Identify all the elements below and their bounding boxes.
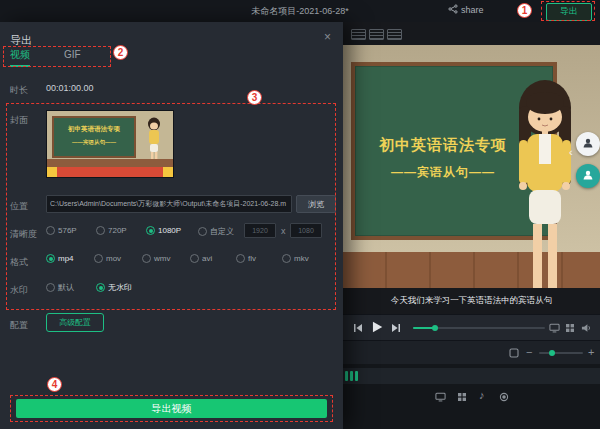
dialog-title: 导出 bbox=[10, 33, 32, 48]
music-track-icon[interactable]: ♪ bbox=[479, 390, 485, 401]
grid-view-icon[interactable] bbox=[565, 323, 575, 333]
advanced-config-button[interactable]: 高级配置 bbox=[46, 313, 104, 332]
record-track-icon[interactable] bbox=[499, 392, 509, 402]
watermark-option-none[interactable]: 无水印 bbox=[96, 282, 132, 293]
watermark-option-default[interactable]: 默认 bbox=[46, 282, 74, 293]
thumb-chalkboard: 初中英语语法专项 ——宾语从句—— bbox=[52, 116, 136, 158]
radio-icon bbox=[146, 226, 155, 235]
character-panel-button[interactable] bbox=[576, 132, 600, 156]
dimension-times-label: x bbox=[281, 226, 286, 236]
close-icon[interactable]: × bbox=[324, 30, 331, 44]
location-input[interactable] bbox=[46, 195, 292, 213]
clarity-option-1080p[interactable]: 1080P bbox=[146, 226, 181, 235]
annotation-step-4: 4 bbox=[47, 377, 62, 392]
custom-height-input[interactable] bbox=[290, 223, 322, 238]
radio-icon bbox=[46, 283, 55, 292]
video-preview-stage: 初中英语语法专项 ——宾语从句—— bbox=[343, 22, 600, 314]
teacher-character[interactable] bbox=[493, 74, 593, 314]
radio-icon bbox=[46, 226, 55, 235]
share-icon bbox=[448, 4, 458, 16]
format-label: 格式 bbox=[10, 256, 28, 269]
thumb-banner bbox=[47, 167, 173, 177]
duration-label: 时长 bbox=[10, 84, 28, 97]
timeline-area: ♪ bbox=[343, 364, 600, 429]
sticker-track-icon[interactable] bbox=[457, 392, 467, 402]
subtitle-bar: 今天我们来学习一下英语语法中的宾语从句 bbox=[343, 288, 600, 314]
location-label: 位置 bbox=[10, 200, 28, 213]
thumb-board-subtitle: ——宾语从句—— bbox=[54, 139, 134, 146]
radio-icon bbox=[198, 227, 207, 236]
app-window: 未命名项目-2021-06-28* share 导出 初中英语语法专项 ——宾语… bbox=[0, 0, 600, 429]
titlebar: 未命名项目-2021-06-28* share 导出 bbox=[0, 0, 600, 23]
clarity-option-720p[interactable]: 720P bbox=[96, 226, 127, 235]
timeline-clip[interactable] bbox=[345, 371, 348, 381]
collapse-chevron-left-icon[interactable]: ‹ bbox=[569, 146, 573, 158]
cover-thumbnail[interactable]: 初中英语语法专项 ——宾语从句—— bbox=[46, 110, 174, 178]
person-icon bbox=[582, 135, 594, 153]
cover-label: 封面 bbox=[10, 114, 28, 127]
props-icon[interactable] bbox=[387, 29, 402, 40]
radio-icon bbox=[142, 254, 151, 263]
radio-icon bbox=[282, 254, 291, 263]
share-label: share bbox=[461, 5, 484, 15]
clarity-option-custom[interactable]: 自定义 bbox=[198, 226, 234, 237]
radio-icon bbox=[236, 254, 245, 263]
format-option-wmv[interactable]: wmv bbox=[142, 254, 170, 263]
format-option-avi[interactable]: avi bbox=[190, 254, 212, 263]
annotation-step-2: 2 bbox=[113, 45, 128, 60]
play-icon[interactable] bbox=[370, 320, 384, 334]
share-button[interactable]: share bbox=[448, 4, 484, 16]
annotation-step-1: 1 bbox=[517, 3, 532, 18]
radio-icon bbox=[96, 226, 105, 235]
project-title: 未命名项目-2021-06-28* bbox=[0, 5, 600, 18]
export-dialog: 导出 × 视频 GIF 时长 00:01:00.00 封面 初中英语语法专项 —… bbox=[0, 22, 343, 429]
radio-icon bbox=[94, 254, 103, 263]
clarity-option-576p[interactable]: 576P bbox=[46, 226, 77, 235]
fit-timeline-icon[interactable] bbox=[509, 348, 519, 358]
radio-icon bbox=[46, 254, 55, 263]
screen-track-icon[interactable] bbox=[435, 392, 446, 402]
volume-icon[interactable] bbox=[581, 323, 592, 333]
next-frame-icon[interactable] bbox=[391, 323, 401, 333]
tab-video[interactable]: 视频 bbox=[10, 48, 30, 67]
layers-icon[interactable] bbox=[369, 29, 384, 40]
thumb-character bbox=[143, 117, 165, 165]
timeline-toolbar: − + bbox=[343, 340, 600, 365]
playback-knob[interactable] bbox=[432, 325, 438, 331]
format-option-mp4[interactable]: mp4 bbox=[46, 254, 74, 263]
timeline-clip[interactable] bbox=[355, 371, 358, 381]
annotation-step-3: 3 bbox=[247, 90, 262, 105]
subtitle-text: 今天我们来学习一下英语语法中的宾语从句 bbox=[391, 295, 553, 307]
tab-gif[interactable]: GIF bbox=[64, 49, 81, 60]
monitor-preview-icon[interactable] bbox=[549, 323, 560, 333]
person-white-icon bbox=[582, 167, 594, 185]
watermark-label: 水印 bbox=[10, 284, 28, 297]
radio-icon bbox=[190, 254, 199, 263]
scene-list-icon[interactable] bbox=[351, 29, 366, 40]
stage-top-bar bbox=[343, 22, 600, 45]
format-option-mkv[interactable]: mkv bbox=[282, 254, 309, 263]
thumb-board-title: 初中英语语法专项 bbox=[54, 125, 134, 134]
thumb-floor bbox=[47, 159, 173, 167]
zoom-out-icon[interactable]: − bbox=[526, 347, 532, 358]
export-video-button[interactable]: 导出视频 bbox=[16, 399, 327, 418]
clarity-label: 清晰度 bbox=[10, 228, 37, 241]
playback-bar bbox=[343, 314, 600, 341]
zoom-knob[interactable] bbox=[549, 350, 555, 356]
browse-button[interactable]: 浏览 bbox=[296, 195, 336, 213]
config-label: 配置 bbox=[10, 319, 28, 332]
radio-icon bbox=[96, 283, 105, 292]
custom-width-input[interactable] bbox=[244, 223, 276, 238]
export-button-top[interactable]: 导出 bbox=[546, 3, 592, 21]
timeline-track[interactable] bbox=[343, 368, 600, 384]
format-option-mov[interactable]: mov bbox=[94, 254, 121, 263]
format-option-flv[interactable]: flv bbox=[236, 254, 256, 263]
zoom-track[interactable] bbox=[539, 352, 583, 354]
outfit-panel-button[interactable] bbox=[576, 164, 600, 188]
zoom-in-icon[interactable]: + bbox=[588, 347, 594, 358]
duration-value: 00:01:00.00 bbox=[46, 83, 94, 93]
timeline-clip[interactable] bbox=[350, 371, 353, 381]
previous-frame-icon[interactable] bbox=[353, 323, 363, 333]
